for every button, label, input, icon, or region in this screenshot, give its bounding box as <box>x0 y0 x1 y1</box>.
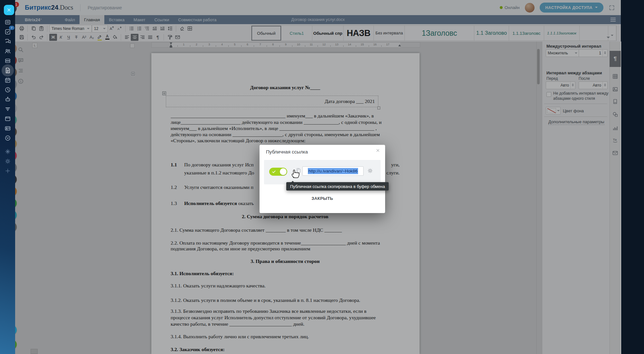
save-button[interactable] <box>18 34 25 41</box>
add-icon[interactable] <box>3 166 13 176</box>
access-settings-button[interactable]: НАСТРОЙКА ДОСТУПА <box>540 3 603 13</box>
bullet-list-button[interactable] <box>128 25 135 32</box>
chat-icon[interactable] <box>3 37 13 46</box>
employees-icon[interactable] <box>3 46 13 56</box>
boost-icon[interactable] <box>3 147 13 156</box>
mailmerge-tab-icon[interactable] <box>612 150 619 156</box>
calendar-icon[interactable] <box>3 75 13 85</box>
numbered-list-button[interactable]: 123 <box>135 25 143 32</box>
style-cell-1-1-1заголовс[interactable]: 1.1.1Заголовс <box>509 26 544 41</box>
line-spacing-value-stepper[interactable]: 1 <box>579 49 608 57</box>
undo-button[interactable] <box>30 34 37 41</box>
style-cell-1-1-заголово[interactable]: 1.1 Заголово <box>474 26 509 41</box>
user-avatar[interactable] <box>525 3 535 13</box>
copy-button[interactable] <box>30 25 37 32</box>
style-cell-назв[interactable]: НАЗВ <box>344 26 374 41</box>
line-spacing-select[interactable]: Множитель <box>546 49 579 57</box>
tab-файл[interactable]: Файл <box>60 15 80 24</box>
public-link-input[interactable]: http://u.ivandivan/~Hok86 <box>302 166 364 176</box>
subscript-button[interactable]: А₂ <box>88 34 96 41</box>
tab-совместная-работа[interactable]: Совместная работа <box>174 15 221 24</box>
date-textbox[interactable]: Дата договора ___ 2021 <box>166 96 378 107</box>
contacts-icon[interactable] <box>3 124 13 133</box>
font-color-button[interactable]: А <box>103 34 111 41</box>
bold-button[interactable]: Ж <box>49 34 57 41</box>
increase-indent-button[interactable] <box>158 25 166 32</box>
header-footer-tab-icon[interactable] <box>612 98 619 105</box>
horizontal-ruler[interactable]: 1234567891011121314151617 <box>151 42 420 48</box>
increase-font-button[interactable]: A <box>108 25 116 32</box>
table-anchor-icon[interactable] <box>131 71 135 76</box>
clear-style-button[interactable] <box>178 25 186 32</box>
decrease-font-button[interactable]: A <box>116 25 123 32</box>
strikethrough-button[interactable]: Т <box>72 34 80 41</box>
paragraph-settings-tab[interactable]: ¶ <box>610 51 621 67</box>
multilevel-list-button[interactable] <box>143 25 151 32</box>
close-window-button[interactable] <box>4 5 14 15</box>
font-size-select[interactable]: 12 <box>92 25 108 33</box>
link-settings-gear-icon[interactable] <box>367 168 373 174</box>
shading-button[interactable] <box>111 34 119 41</box>
menu-hamburger-icon[interactable] <box>611 18 616 23</box>
sites-icon[interactable] <box>3 114 13 124</box>
tasks-icon[interactable]: 7 <box>3 27 13 37</box>
scrollbar-thumb[interactable] <box>537 49 540 84</box>
font-family-select[interactable]: Times New Roman <box>49 25 92 33</box>
align-center-button[interactable] <box>131 34 138 41</box>
image-settings-tab-icon[interactable] <box>612 86 619 93</box>
modal-close-icon[interactable] <box>376 148 380 153</box>
mailmerge-button[interactable] <box>174 34 181 41</box>
copy-style-button[interactable] <box>166 34 174 41</box>
about-icon[interactable] <box>18 78 24 85</box>
spacing-before-stepper[interactable]: Авто <box>546 81 575 89</box>
italic-button[interactable]: К <box>57 34 65 41</box>
table-settings-tab-icon[interactable] <box>612 73 619 80</box>
style-cell-empty[interactable] <box>580 26 608 41</box>
crm-bot-icon[interactable] <box>3 95 13 104</box>
paste-button[interactable] <box>37 25 45 32</box>
align-justify-button[interactable] <box>146 34 154 41</box>
textart-settings-tab-icon[interactable]: Та <box>612 137 619 144</box>
tab-макет[interactable]: Макет <box>129 15 150 24</box>
style-cell-1заголовс[interactable]: 1Заголовс <box>405 26 474 41</box>
table-move-handle-icon[interactable] <box>162 91 166 96</box>
chart-settings-tab-icon[interactable] <box>612 125 619 131</box>
show-paragraph-marks-button[interactable]: ¶ <box>154 34 162 41</box>
docs-icon[interactable] <box>3 66 13 75</box>
align-right-button[interactable] <box>138 34 146 41</box>
public-link-toggle[interactable] <box>269 168 287 176</box>
collapse-toolbar-icon[interactable] <box>607 37 610 40</box>
comments-icon[interactable] <box>18 57 24 64</box>
more-icon[interactable] <box>3 133 13 143</box>
search-icon[interactable] <box>18 47 24 53</box>
fullscreen-icon[interactable] <box>609 5 615 11</box>
modal-close-button[interactable]: ЗАКРЫТЬ <box>260 196 385 201</box>
shape-settings-tab-icon[interactable] <box>612 111 619 118</box>
tab-selector[interactable]: L <box>32 43 37 48</box>
style-cell-обычный[interactable]: Обычный <box>251 26 281 41</box>
print-button[interactable] <box>18 25 25 32</box>
no-interval-checkbox[interactable] <box>546 92 551 97</box>
navigation-icon[interactable] <box>18 68 24 74</box>
style-cell-стиль1[interactable]: Стиль1 <box>281 26 312 41</box>
borders-button[interactable] <box>186 25 194 32</box>
style-cell-1-1-1-1заголовок[interactable]: 1.1.1.1Заголовок <box>544 26 580 41</box>
style-cell-без-интервала[interactable]: Без интервала <box>374 26 405 41</box>
align-left-button[interactable] <box>123 34 131 41</box>
tab-ссылки[interactable]: Ссылки <box>150 15 174 24</box>
spacing-after-stepper[interactable]: Авто <box>579 81 608 89</box>
superscript-button[interactable]: А² <box>80 34 88 41</box>
sales-funnel-icon[interactable] <box>3 104 13 114</box>
highlight-color-button[interactable] <box>96 34 103 41</box>
background-color-picker[interactable] <box>546 107 561 115</box>
redo-button[interactable] <box>37 34 45 41</box>
tab-вставка[interactable]: Вставка <box>104 15 129 24</box>
underline-button[interactable]: Ч <box>65 34 72 41</box>
table-resize-handle[interactable] <box>377 107 380 109</box>
line-spacing-button[interactable] <box>166 25 174 32</box>
decrease-indent-button[interactable] <box>151 25 158 32</box>
style-cell-обычный-спр[interactable]: Обычный спр <box>312 26 344 41</box>
settings-icon[interactable] <box>3 156 13 166</box>
time-icon[interactable] <box>3 85 13 95</box>
advanced-settings-link[interactable]: Дополнительные параметры <box>548 119 604 125</box>
